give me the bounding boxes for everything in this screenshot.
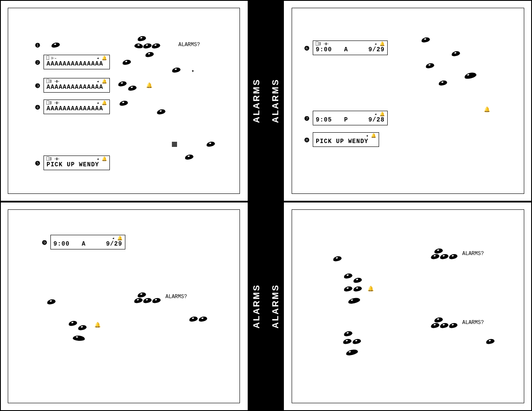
- lcd-text: 9:00 A 9/29: [316, 47, 385, 53]
- button-icon: [430, 322, 440, 329]
- button-icon: [119, 100, 128, 107]
- button-icon: [448, 253, 458, 260]
- step-marker-3: ❸: [35, 82, 40, 89]
- button-icon: [171, 67, 181, 74]
- button-icon: [156, 109, 166, 115]
- panel-3: ❾ ◂ 🔔 9:00 A 9/29 🔔 ALARMS? ALARMS: [0, 202, 266, 411]
- panel-4: ALARMS 🔔 ALARMS? ALARMS?: [266, 202, 532, 411]
- button-icon: [198, 316, 208, 323]
- panel-4-frame: 🔔 ALARMS? ALARMS?: [292, 209, 524, 403]
- button-icon: [343, 273, 353, 280]
- button-icon: [434, 248, 443, 255]
- panel-2: ALARMS ❻ ⎕∃ ⊣⊢◂ 🔔 9:00 A 9/29 ❼ ◂ 🔔 9:05…: [266, 0, 532, 202]
- step-marker-9: ❾: [42, 239, 47, 246]
- bell-icon: 🔔: [146, 82, 152, 89]
- button-icon: [134, 297, 143, 304]
- lcd-step-4: ⎕∃ ⊣⊢◂ 🔔 AAAAAAAAAAAAAA: [44, 100, 110, 114]
- button-icon: [333, 255, 342, 262]
- lcd-step-8: ◂ 🔔 PICK UP WENDY: [313, 132, 379, 147]
- button-icon: [439, 322, 449, 329]
- button-icon: [68, 320, 78, 327]
- lcd-text: AAAAAAAAAAAAAA: [47, 106, 107, 112]
- button-icon: [73, 335, 85, 341]
- panel-3-frame: ❾ ◂ 🔔 9:00 A 9/29 🔔 ALARMS?: [8, 209, 240, 403]
- button-icon: [78, 324, 87, 331]
- lcd-text: AAAAAAAAAAAAAA: [47, 61, 107, 67]
- tab-label: ALARMS: [271, 78, 280, 123]
- step-marker-4: ❹: [35, 104, 40, 111]
- button-icon: [143, 43, 152, 50]
- bell-icon: 🔔: [484, 106, 490, 113]
- alarms-prompt: ALARMS?: [178, 42, 200, 48]
- step-marker-6: ❻: [304, 45, 310, 52]
- button-icon: [184, 154, 194, 161]
- panel-1-frame: ❶ ❷ ⎕ ⊢-◂ 🔔 AAAAAAAAAAAAAA ❸ ⎕∃ ⊣⊢◂ 🔔 AA…: [8, 8, 240, 194]
- button-icon: [343, 286, 353, 293]
- button-icon: [464, 72, 477, 80]
- button-icon: [152, 297, 161, 304]
- lcd-step-5: ⎕∃ ⊣⊢◂ 🔔 PICK UP WENDY: [44, 156, 110, 170]
- square-icon: [172, 142, 177, 147]
- lcd-text: 9:05 P 9/28: [316, 117, 385, 123]
- button-icon: [145, 51, 154, 58]
- alarms-prompt: ALARMS?: [165, 294, 187, 300]
- button-icon: [438, 80, 448, 87]
- section-tab: ALARMS: [248, 1, 265, 201]
- section-tab: ALARMS: [267, 202, 284, 410]
- button-icon: [343, 330, 353, 337]
- lcd-text: 9:00 A 9/29: [53, 241, 122, 247]
- button-icon: [353, 277, 362, 284]
- tab-label: ALARMS: [271, 284, 280, 329]
- lcd-step-3: ⎕∃ ⊣⊢◂ 🔔 AAAAAAAAAAAAAA: [44, 78, 110, 93]
- button-icon: [189, 316, 198, 323]
- lcd-text: PICK UP WENDY: [316, 138, 376, 145]
- button-icon: [122, 59, 131, 66]
- step-marker-2: ❷: [35, 59, 40, 66]
- lcd-step-6: ⎕∃ ⊣⊢◂ 🔔 9:00 A 9/29: [313, 40, 388, 55]
- button-icon: [352, 338, 361, 345]
- tab-label: ALARMS: [252, 78, 261, 123]
- button-icon: [137, 292, 146, 299]
- panel-2-frame: ❻ ⎕∃ ⊣⊢◂ 🔔 9:00 A 9/29 ❼ ◂ 🔔 9:05 P 9/28…: [292, 8, 524, 194]
- lcd-step-2: ⎕ ⊢-◂ 🔔 AAAAAAAAAAAAAA: [44, 55, 110, 69]
- button-icon: [353, 286, 362, 293]
- lcd-step-7: ◂ 🔔 9:05 P 9/28: [313, 111, 388, 125]
- button-icon: [128, 85, 137, 92]
- button-icon: [425, 62, 435, 69]
- button-icon: [448, 322, 458, 329]
- step-marker-8: ❽: [304, 137, 310, 143]
- panel-1: ❶ ❷ ⎕ ⊢-◂ 🔔 AAAAAAAAAAAAAA ❸ ⎕∃ ⊣⊢◂ 🔔 AA…: [0, 0, 266, 202]
- button-icon: [485, 338, 495, 345]
- lcd-text: PICK UP WENDY: [47, 162, 107, 168]
- button-icon: [47, 299, 56, 305]
- button-icon: [51, 42, 60, 49]
- button-icon: [137, 35, 146, 42]
- button-icon: [439, 253, 449, 260]
- button-icon: [206, 141, 215, 148]
- button-icon: [434, 317, 443, 324]
- alarms-prompt: ALARMS?: [462, 320, 484, 326]
- button-icon: [345, 349, 358, 356]
- button-icon: [151, 43, 161, 50]
- section-tab: ALARMS: [248, 202, 265, 410]
- button-icon: [118, 81, 127, 87]
- step-marker-5: ❺: [35, 160, 40, 167]
- button-icon: [342, 338, 352, 345]
- bell-icon: 🔔: [367, 286, 374, 292]
- step-marker-1: ❶: [35, 42, 40, 49]
- button-icon: [451, 50, 460, 57]
- alarms-prompt: ALARMS?: [462, 251, 484, 257]
- bell-icon: 🔔: [94, 322, 101, 328]
- section-tab: ALARMS: [267, 1, 284, 201]
- button-icon: [143, 297, 152, 304]
- button-icon: [134, 43, 143, 49]
- button-icon: [430, 253, 440, 260]
- page-grid: ❶ ❷ ⎕ ⊢-◂ 🔔 AAAAAAAAAAAAAA ❸ ⎕∃ ⊣⊢◂ 🔔 AA…: [0, 0, 532, 411]
- button-icon: [348, 297, 361, 305]
- step-marker-7: ❼: [304, 115, 310, 122]
- lcd-step-9: ◂ 🔔 9:00 A 9/29: [50, 235, 125, 249]
- button-icon: [421, 37, 430, 44]
- cross-icon: ✦: [191, 68, 194, 74]
- lcd-text: AAAAAAAAAAAAAA: [47, 84, 107, 90]
- tab-label: ALARMS: [252, 284, 261, 329]
